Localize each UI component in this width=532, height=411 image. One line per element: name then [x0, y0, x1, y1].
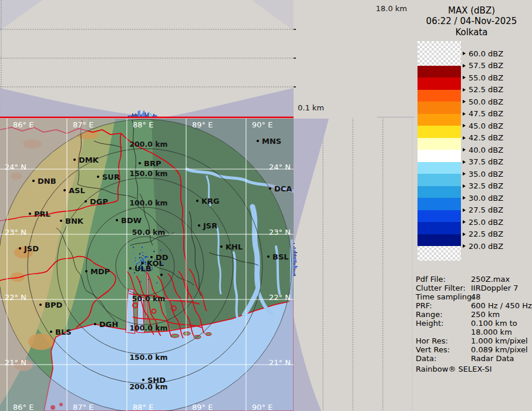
svg-text:BSL: BSL: [272, 252, 289, 261]
scale-tick-arrow-icon: [463, 233, 466, 236]
scale-label: 47.5 dBZ: [463, 109, 503, 119]
legend-panel: MAX (dBZ) 06:22 / 04-Nov-2025 Kolkata 60…: [411, 0, 532, 411]
scale-tick-arrow-icon: [463, 136, 466, 140]
meta-value: Radar Data: [471, 354, 532, 363]
scale-block: [417, 198, 461, 210]
svg-text:90° E: 90° E: [252, 120, 272, 129]
meta-value: 0.089 km/pixel: [471, 345, 532, 354]
scale-tick-arrow-icon: [463, 160, 466, 164]
meta-value: 0.100 km to: [471, 319, 532, 328]
corner-area: 18.0 km 0.1 km: [294, 0, 415, 119]
scale-tick-arrow-icon: [463, 220, 466, 224]
product-datetime: 06:22 / 04-Nov-2025: [411, 16, 532, 26]
top-cross-section-panel: [0, 0, 294, 119]
meta-label: [416, 328, 471, 336]
svg-text:150.0 km: 150.0 km: [129, 169, 167, 178]
product-metadata: Pdf File:250Z.maxClutter Filter:IIRDoppl…: [416, 275, 531, 363]
scale-tick-arrow-icon: [463, 76, 466, 79]
scale-label: 20.0 dBZ: [463, 241, 503, 251]
height-axis-tick: [294, 58, 296, 59]
meta-value: 1.000 km/pixel: [471, 336, 532, 345]
scale-label: 57.5 dBZ: [463, 61, 503, 70]
svg-text:BLS: BLS: [55, 328, 72, 336]
meta-label: Hor Res:: [416, 336, 471, 345]
scale-tick-arrow-icon: [463, 88, 466, 92]
meta-label: Data:: [416, 354, 471, 363]
scale-label: 25.0 dBZ: [463, 217, 503, 227]
svg-text:22° N: 22° N: [5, 293, 26, 302]
svg-text:DCA: DCA: [274, 184, 292, 193]
meta-label: PRF:: [416, 301, 471, 310]
scale-tick-arrow-icon: [463, 184, 466, 188]
software-brand: Rainbow® SELEX-SI: [416, 365, 492, 373]
svg-text:23° N: 23° N: [269, 228, 291, 237]
svg-text:50.0 km: 50.0 km: [132, 294, 166, 303]
scale-tick-arrow-icon: [463, 52, 466, 55]
scale-tick-arrow-icon: [463, 100, 466, 103]
meta-label: Time sampling:: [416, 292, 471, 301]
svg-text:88° E: 88° E: [133, 120, 153, 129]
svg-text:89° E: 89° E: [192, 120, 213, 129]
svg-text:22° N: 22° N: [269, 293, 291, 302]
station-name: Kolkata: [411, 27, 532, 38]
scale-label: 45.0 dBZ: [463, 121, 503, 130]
svg-text:JSR: JSR: [203, 221, 217, 230]
scale-tick-arrow-icon: [463, 196, 466, 200]
meta-label: Vert Res:: [416, 345, 471, 354]
meta-label: Clutter Filter:: [416, 284, 471, 292]
scale-label: 55.0 dBZ: [463, 73, 503, 82]
scale-label: 50.0 dBZ: [463, 97, 503, 106]
svg-text:BRP: BRP: [144, 159, 161, 168]
scale-label: 37.5 dBZ: [463, 157, 503, 167]
svg-text:DNB: DNB: [38, 177, 56, 186]
svg-text:90° E: 90° E: [252, 403, 272, 411]
scale-block: [417, 78, 461, 90]
min-height-label: 0.1 km: [298, 103, 324, 112]
scale-block: [417, 162, 461, 174]
scale-tick-arrow-icon: [463, 208, 466, 212]
scale-block: [417, 102, 461, 114]
meta-value: 18.000 km: [471, 328, 532, 336]
height-axis-tick: [294, 86, 296, 87]
svg-text:JSD: JSD: [23, 244, 39, 253]
svg-text:SHD: SHD: [147, 376, 166, 385]
svg-text:BNK: BNK: [65, 217, 84, 225]
scale-tick-arrow-icon: [463, 148, 466, 151]
svg-text:ULB: ULB: [134, 264, 151, 273]
svg-text:KRG: KRG: [201, 197, 220, 206]
height-axis-tick: [294, 29, 296, 30]
scale-label: 30.0 dBZ: [463, 193, 503, 203]
scale-tick-arrow-icon: [463, 64, 466, 68]
scale-block: [417, 138, 461, 150]
scale-tick-arrow-icon: [463, 112, 466, 116]
svg-text:100.0 km: 100.0 km: [129, 324, 167, 332]
scale-label: 52.5 dBZ: [463, 85, 503, 95]
meta-value: IIRDoppler 7: [471, 284, 532, 292]
scale-block: [417, 114, 461, 126]
scale-block: [417, 186, 461, 198]
meta-label: Height:: [416, 319, 471, 328]
right-cross-section-panel: [293, 119, 415, 411]
svg-text:24° N: 24° N: [5, 163, 26, 171]
scale-block: [417, 66, 461, 78]
svg-text:ASL: ASL: [69, 186, 85, 195]
scale-label: 40.0 dBZ: [463, 145, 503, 154]
svg-text:KHL: KHL: [225, 242, 243, 251]
svg-text:100.0 km: 100.0 km: [129, 198, 167, 207]
svg-text:87° E: 87° E: [73, 403, 93, 411]
svg-text:PRL: PRL: [34, 210, 50, 218]
dbz-color-scale: [417, 41, 461, 261]
max-height-label: 18.0 km: [376, 4, 407, 13]
ppi-map: 86° E86° E87° E87° E88° E88° E89° E89° E…: [0, 119, 294, 411]
svg-text:DGP: DGP: [90, 197, 108, 206]
svg-text:21° N: 21° N: [269, 358, 291, 367]
scale-label: 22.5 dBZ: [463, 230, 503, 239]
svg-text:50.0 km: 50.0 km: [132, 228, 166, 237]
scale-tick-arrow-icon: [463, 244, 466, 248]
scale-block: [417, 174, 461, 186]
meta-label: Range:: [416, 310, 471, 319]
scale-block: [417, 210, 461, 223]
scale-block: [417, 126, 461, 138]
svg-text:DGH: DGH: [99, 320, 118, 329]
panel-border-line: [377, 117, 415, 117]
